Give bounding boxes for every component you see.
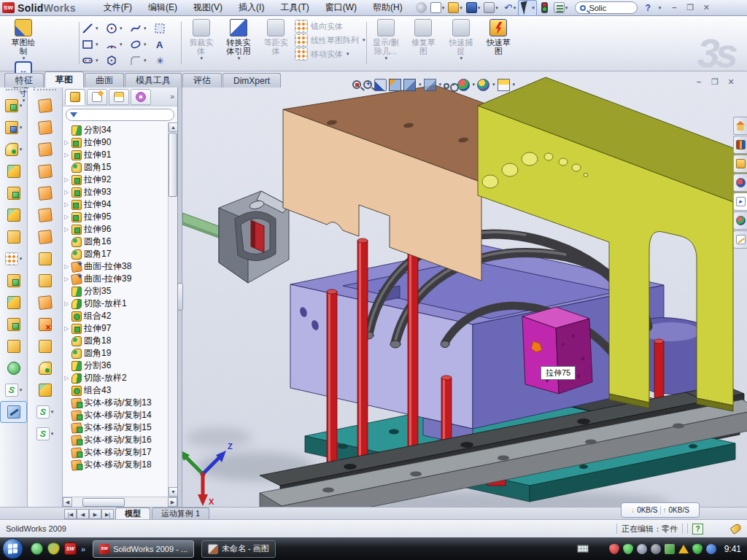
taskbar-button[interactable]: SW SolidWorks 2009 - ...	[93, 540, 194, 558]
tab-design-library[interactable]	[733, 136, 747, 154]
toolbar-button[interactable]: ▾	[0, 117, 27, 139]
menu-item[interactable]: 窗口(W)	[318, 0, 364, 15]
command-tab[interactable]: 曲面	[85, 73, 124, 88]
toolbar-button[interactable]	[28, 226, 62, 248]
toolbar-button[interactable]	[28, 248, 62, 270]
tree-item[interactable]: 实体-移动/复制15	[63, 421, 168, 434]
circle-tool[interactable]: ▾	[106, 20, 130, 36]
toolbar-button[interactable]: ▾	[0, 139, 27, 160]
toolbar-button[interactable]	[0, 160, 27, 182]
save-button[interactable]: ▾	[465, 1, 482, 14]
ribbon-button[interactable]: 转换实 体引用 ▾	[221, 19, 255, 61]
expand-arrow-icon[interactable]	[64, 226, 71, 233]
quick-launch-messenger-icon[interactable]	[31, 542, 43, 555]
tree-item[interactable]: 实体-移动/复制17	[63, 446, 168, 459]
ribbon-button[interactable]: 等距实 体	[259, 19, 293, 55]
tree-item[interactable]: 曲面-拉伸38	[63, 260, 168, 273]
toolbar-button[interactable]	[28, 379, 62, 401]
tree-item[interactable]: 分割34	[63, 124, 168, 136]
hide-show-items-icon[interactable]	[444, 83, 449, 89]
tree-item[interactable]: 实体-移动/复制13	[63, 397, 168, 409]
minimize-button[interactable]: –	[668, 3, 680, 13]
toolbar-button[interactable]	[28, 182, 62, 204]
tree-horizontal-scrollbar[interactable]: ◀ ▶	[63, 497, 177, 507]
scroll-thumb[interactable]	[82, 498, 125, 507]
toolbar-button[interactable]: ▾	[28, 423, 62, 445]
zoom-to-area-icon[interactable]	[363, 80, 372, 89]
selection-marquee-tool[interactable]	[154, 20, 178, 36]
toolbar-button[interactable]	[0, 270, 27, 292]
rectangle-tool[interactable]: ▾	[82, 36, 106, 52]
expand-arrow-icon[interactable]	[64, 325, 71, 332]
tab-file-explorer[interactable]	[733, 155, 747, 173]
study-nav-button[interactable]: |◀	[64, 509, 77, 519]
expand-arrow-icon[interactable]	[64, 139, 71, 146]
section-view-icon[interactable]	[389, 79, 401, 91]
tree-item[interactable]: 实体-移动/复制14	[63, 409, 168, 421]
zoom-to-fit-icon[interactable]	[352, 80, 361, 89]
command-tab[interactable]: 特征	[4, 73, 44, 88]
quick-launch-security-icon[interactable]	[47, 542, 60, 555]
rebuild-button[interactable]	[538, 1, 551, 14]
tree-item[interactable]: 曲面-拉伸39	[63, 273, 168, 285]
tab-feature-manager[interactable]	[65, 89, 85, 105]
sketch-text-tool[interactable]: A	[154, 36, 178, 52]
ribbon-button[interactable]: 修复草 图	[407, 19, 441, 55]
tray-red-shield-icon[interactable]	[609, 544, 619, 554]
study-tab[interactable]: 模型	[115, 508, 150, 519]
toolbar-button[interactable]	[28, 357, 62, 379]
tree-item[interactable]: 拉伸90	[63, 136, 168, 149]
tree-item[interactable]: 圆角19	[63, 347, 168, 359]
edit-appearance-icon[interactable]	[457, 79, 470, 91]
3d-viewport-scene[interactable]: Y Z X	[182, 71, 747, 507]
toolbar-button[interactable]	[28, 335, 62, 357]
line-tool[interactable]: ▾	[82, 20, 106, 36]
toolbar-button[interactable]: ▾	[0, 379, 27, 401]
toolbar-button[interactable]	[0, 314, 27, 335]
network-speed-widget[interactable]: ↓ 0KB/S ↑ 0KB/S	[621, 502, 700, 518]
expand-arrow-icon[interactable]	[64, 152, 71, 158]
tab-configuration-manager[interactable]	[109, 89, 129, 105]
select-button[interactable]: ▾	[518, 0, 537, 16]
command-tab[interactable]: 草图	[44, 71, 84, 88]
graphics-area[interactable]: Y Z X ▾ ▾ ▾ ▾ ▾ ▾ – ❐ ✕ 拉伸75	[182, 71, 747, 507]
scroll-up-button[interactable]: ▲	[169, 122, 177, 132]
tray-sync-icon[interactable]	[706, 544, 716, 554]
toolbar-button[interactable]	[0, 204, 27, 226]
expand-arrow-icon[interactable]	[64, 300, 71, 307]
toolbar-button[interactable]	[28, 270, 62, 292]
toolbar-button[interactable]	[0, 226, 27, 248]
expand-arrow-icon[interactable]	[64, 201, 71, 208]
taskbar-clock[interactable]: 9:41	[724, 544, 741, 554]
view-orientation-icon[interactable]	[403, 79, 416, 91]
tree-filter-box[interactable]	[66, 109, 174, 121]
doc-minimize-button[interactable]: –	[693, 77, 705, 88]
tray-green-shield-icon[interactable]	[623, 544, 633, 554]
menu-item[interactable]: 视图(V)	[186, 0, 230, 15]
tree-item[interactable]: 拉伸95	[63, 211, 168, 223]
ribbon-button[interactable]: 快速捕 捉 ▾	[444, 19, 478, 61]
toolbar-button[interactable]	[28, 160, 62, 182]
new-document-button[interactable]: ▾	[429, 1, 446, 14]
study-nav-button[interactable]: ▶|	[101, 509, 114, 519]
quick-launch-solidworks-icon[interactable]: SW	[64, 542, 77, 555]
tree-item[interactable]: 实体-移动/复制18	[63, 459, 168, 471]
scroll-thumb[interactable]	[169, 133, 177, 197]
toolbar-button[interactable]	[28, 314, 62, 335]
menu-item[interactable]: 编辑(E)	[141, 0, 185, 15]
scroll-right-button[interactable]: ▶	[168, 497, 177, 507]
study-nav-button[interactable]: ◀	[77, 509, 89, 519]
tray-network-icon[interactable]	[665, 544, 675, 554]
toolbar-button[interactable]	[28, 139, 62, 160]
tab-dimxpert-manager[interactable]	[131, 89, 151, 105]
study-nav-button[interactable]: ▶	[89, 509, 101, 519]
toolbar-button[interactable]	[28, 204, 62, 226]
tab-search[interactable]	[733, 174, 747, 192]
ribbon-button[interactable]: 快速草 图	[482, 19, 516, 55]
tray-volume-icon[interactable]	[651, 544, 661, 554]
close-button[interactable]: ✕	[700, 3, 712, 13]
tree-item[interactable]: 实体-移动/复制16	[63, 434, 168, 446]
expand-arrow-icon[interactable]	[64, 176, 71, 183]
menu-item[interactable]: 帮助(H)	[365, 0, 410, 15]
gray-clamp-part[interactable]	[219, 191, 289, 283]
